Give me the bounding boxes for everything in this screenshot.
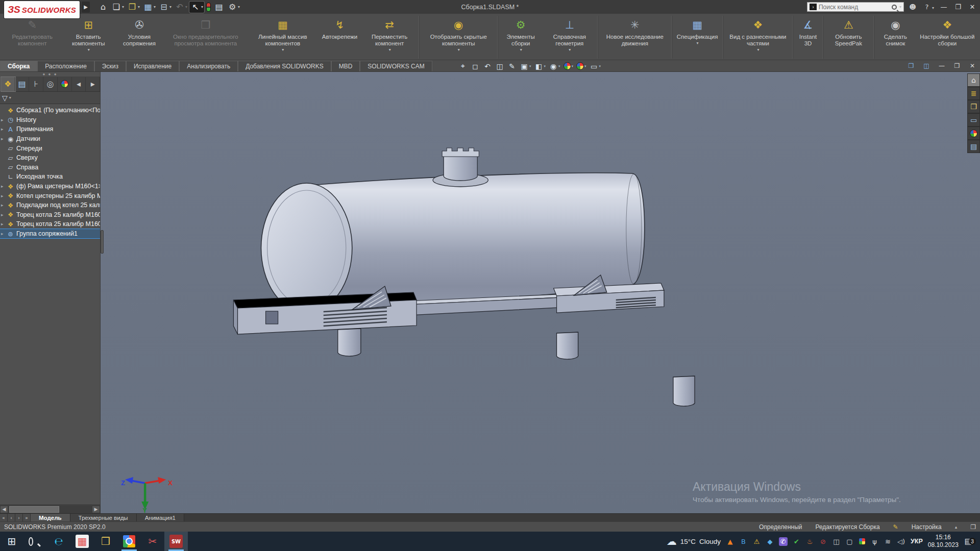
view-tool-button[interactable]: ✎▾ xyxy=(507,62,517,71)
ribbon-button[interactable]: ✎ Редактировать компонент ▾ xyxy=(2,16,62,59)
ribbon-button[interactable]: ❒ Окно предварительного просмотра компон… xyxy=(164,16,247,59)
taskbar-app[interactable] xyxy=(117,532,141,551)
viewport-window-button[interactable]: — xyxy=(937,61,946,70)
scroll-right-icon[interactable]: ▶ xyxy=(92,506,100,513)
customize-menu[interactable]: Настройка xyxy=(912,523,942,531)
taskbar-app[interactable]: ○ xyxy=(23,532,47,551)
view-tool-button[interactable]: ▾ xyxy=(564,62,574,70)
panel-tab[interactable]: ◎ xyxy=(43,77,58,91)
scrollbar-thumb[interactable] xyxy=(9,506,59,513)
expand-arrow-icon[interactable] xyxy=(1,117,6,122)
ribbon-button[interactable]: ↯ Автокрепежи ▾ xyxy=(318,16,361,59)
tree-item[interactable]: ❖ (ф) Рама цистерны М160<1> (По ум xyxy=(0,182,100,191)
panel-tab[interactable] xyxy=(58,77,72,91)
scrollbar-track[interactable] xyxy=(8,506,92,513)
tank-end-cap[interactable] xyxy=(261,183,352,313)
tray-icon-button[interactable]: ⊘ xyxy=(819,537,827,546)
tree-horizontal-scrollbar[interactable]: ◀ ▶ xyxy=(0,505,100,513)
tree-item[interactable]: ❖ Торец котла 25 калибр М160<1> -> ( xyxy=(0,210,100,220)
tree-item[interactable]: ⊚ Группа сопряжений1 xyxy=(0,229,100,239)
tab-nav-button[interactable]: » xyxy=(23,514,31,521)
window-control-button[interactable]: ❐▾ xyxy=(953,2,963,12)
expand-arrow-icon[interactable] xyxy=(1,136,6,141)
ribbon-button[interactable]: ◉ Отобразить скрытые компоненты ▾ xyxy=(419,16,497,59)
view-tool-button[interactable]: ◉▾ xyxy=(549,62,560,71)
menu-flyout-arrow-icon[interactable]: ▶ xyxy=(82,2,90,13)
taskbar-app[interactable]: ℮ xyxy=(47,532,70,551)
tray-icon-button[interactable] xyxy=(859,538,866,545)
viewport-window-button[interactable]: ❐ xyxy=(952,61,962,70)
language-indicator[interactable]: УКР xyxy=(911,538,923,545)
panel-tab[interactable]: ❖ xyxy=(1,77,15,91)
tree-item[interactable]: ❖ Торец котла 25 калибр М160<2> -> ( xyxy=(0,219,100,229)
taskbar-app[interactable]: ✂ xyxy=(141,532,164,551)
view-tool-button[interactable]: ↶▾ xyxy=(483,62,492,71)
tray-icon-button[interactable]: ψ xyxy=(870,537,879,546)
window-control-button[interactable]: ☻▾ xyxy=(908,2,917,12)
taskbar-app[interactable]: ▦ xyxy=(70,532,94,551)
tray-icon-button[interactable]: ▢ xyxy=(845,537,854,546)
chevron-up-icon[interactable]: ▴ xyxy=(955,524,958,530)
command-tab[interactable]: Анализировать xyxy=(179,61,238,71)
ribbon-button[interactable]: ⇄ Переместить компонент ▾ xyxy=(361,16,418,59)
ribbon-button[interactable]: ∡ Instant 3D ▾ xyxy=(793,16,821,59)
command-tab[interactable]: MBD xyxy=(331,61,360,71)
tray-icon-button[interactable]: ◫ xyxy=(832,537,841,546)
tank-model[interactable] xyxy=(233,148,695,406)
tray-icon-button[interactable]: ✆ xyxy=(779,537,788,546)
panel-tab[interactable]: ⊦ xyxy=(29,77,43,91)
weather-widget[interactable]: ☁ 15°C Cloudy xyxy=(667,535,721,547)
ribbon-button[interactable]: ⚠ Обновить SpeedPak ▾ xyxy=(823,16,873,59)
viewport-window-button[interactable]: ✕ xyxy=(968,61,977,70)
view-tool-button[interactable]: ⌖▾ xyxy=(458,62,468,71)
ribbon-button[interactable]: ✇ Условия сопряжения ▾ xyxy=(114,16,164,59)
command-tab[interactable]: Добавления SOLIDWORKS xyxy=(238,61,331,71)
dome-body[interactable] xyxy=(444,155,477,181)
expand-arrow-icon[interactable] xyxy=(1,193,6,198)
tray-icon-button[interactable]: ◁) xyxy=(897,537,905,546)
expand-arrow-icon[interactable] xyxy=(1,212,6,217)
scroll-left-icon[interactable]: ◀ xyxy=(0,506,8,513)
command-tab[interactable]: Эскиз xyxy=(94,61,126,71)
ribbon-button[interactable]: ⊥ Справочная геометрия ▾ xyxy=(543,16,597,59)
window-control-button[interactable]: ?▾ xyxy=(922,2,934,12)
panel-tab[interactable]: ▸ xyxy=(86,77,100,91)
view-tool-button[interactable]: ▭▾ xyxy=(590,62,601,71)
taskbar-app[interactable]: ❒ xyxy=(94,532,117,551)
taskbar-app[interactable]: ⊞ xyxy=(0,532,23,551)
command-tab[interactable]: SOLIDWORKS CAM xyxy=(360,61,432,71)
tray-icon-button[interactable]: ◆ xyxy=(766,537,774,546)
solidworks-logo[interactable]: ЗS SOLIDWORKS xyxy=(4,1,80,18)
expand-arrow-icon[interactable] xyxy=(1,231,6,236)
view-tool-button[interactable]: ▾ xyxy=(576,62,586,70)
view-tool-button[interactable]: ◫▾ xyxy=(495,62,504,71)
tray-icon-button[interactable]: B xyxy=(739,537,748,546)
tree-item[interactable]: ◉ Датчики xyxy=(0,134,100,144)
tree-item[interactable]: ▱ Спереди xyxy=(0,143,100,153)
notification-center[interactable]: ▤ 3 xyxy=(964,537,975,546)
ribbon-button[interactable]: ✳ Новое исследование движения ▾ xyxy=(598,16,671,59)
task-pane-tab[interactable] xyxy=(967,127,980,140)
command-tab[interactable]: Расположение xyxy=(37,61,94,71)
tree-item[interactable]: ❖ Подкладки под котел 25 калибра М1 xyxy=(0,201,100,210)
model-tab[interactable]: Анимация1 xyxy=(137,514,184,521)
tray-icon-button[interactable]: ▲ xyxy=(726,537,734,546)
model-tab[interactable]: Трехмерные виды xyxy=(70,514,137,521)
tree-item[interactable]: ▱ Сверху xyxy=(0,153,100,163)
tab-nav-button[interactable]: ‹ xyxy=(8,514,15,521)
taskbar-clock[interactable]: 15:16 08.10.2023 xyxy=(928,534,959,549)
viewport-window-button[interactable]: ❐ xyxy=(906,61,916,70)
panel-splitter[interactable] xyxy=(101,230,104,254)
chevron-down-icon[interactable]: ▾ xyxy=(899,5,901,9)
ribbon-button[interactable]: ⊞ Вставить компоненты ▾ xyxy=(62,16,114,59)
search-input[interactable]: Поиск команд xyxy=(819,4,890,11)
task-pane-tab[interactable]: ≣ xyxy=(967,87,980,100)
ribbon-button[interactable]: ◉ Сделать снимок ▾ xyxy=(874,16,916,59)
command-search[interactable]: › Поиск команд ▾ xyxy=(807,2,904,12)
view-tool-button[interactable]: ◧▾ xyxy=(534,62,546,71)
expand-arrow-icon[interactable] xyxy=(1,127,6,132)
tree-item[interactable]: ❖ Котел цистерны 25 калибр М160<1> xyxy=(0,191,100,201)
tray-icon-button[interactable]: ⚠ xyxy=(752,537,761,546)
tree-filter[interactable]: ▽ ▾ xyxy=(0,92,100,104)
window-control-button[interactable]: ✕▾ xyxy=(968,2,977,12)
